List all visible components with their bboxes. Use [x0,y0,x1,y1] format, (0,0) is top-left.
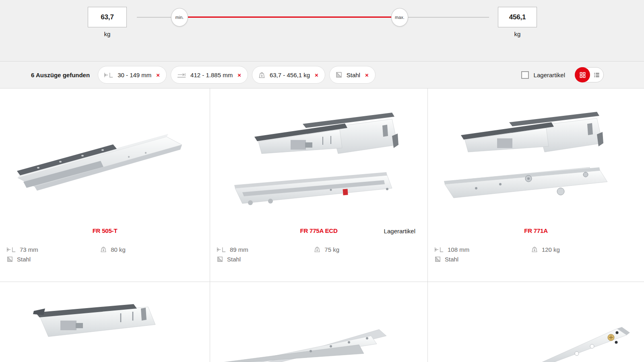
spec-load: 75 kg [314,245,421,254]
filter-chip-label: 30 - 149 mm [118,72,151,78]
spec-height: 108 mm [434,245,531,254]
installed-height-icon [434,246,444,253]
spec-load-value: 75 kg [324,246,339,253]
product-card[interactable]: FR 775A ECD Lagerartikel 89 mm 75 kg Sta… [210,88,428,282]
product-image [210,282,428,362]
installed-height-icon [6,246,16,253]
spec-height-value: 108 mm [448,246,469,253]
product-image [210,88,428,225]
material-icon [335,71,343,78]
filter-bar: 6 Auszüge gefunden 30 - 149 mm × 412 - 1… [0,61,644,88]
list-view-button[interactable] [590,72,603,78]
product-specs: 73 mm 80 kg Stahl [6,245,203,264]
installed-height-icon [104,72,114,78]
filter-chip-label: Stahl [347,72,360,78]
remove-filter-icon[interactable]: × [315,72,318,78]
product-name[interactable]: FR 775A ECD [300,227,337,234]
spec-material: Stahl [217,254,314,264]
extension-length-icon [177,72,186,78]
product-card[interactable]: FR 771A 108 mm 120 kg Stahl [428,88,644,282]
grid-icon [579,72,586,78]
product-card[interactable] [428,282,644,362]
spec-load: 120 kg [531,245,638,254]
weight-max-input[interactable] [498,7,537,27]
weight-max-unit: kg [498,31,537,37]
load-capacity-icon [531,246,538,253]
remove-filter-icon[interactable]: × [365,72,369,78]
stock-items-label: Lagerartikel [534,72,565,78]
spec-height: 89 mm [217,245,314,254]
installed-height-icon [217,246,226,253]
material-icon [6,256,13,263]
spec-height-value: 89 mm [230,246,248,253]
remove-filter-icon[interactable]: × [237,72,241,78]
results-count: 6 Auszüge gefunden [31,72,90,78]
load-capacity-icon [314,246,321,253]
spec-material-value: Stahl [445,256,458,263]
product-card[interactable]: FR 505-T 73 mm 80 kg Stahl [0,88,210,282]
spec-material-value: Stahl [17,256,31,263]
load-capacity-icon [100,246,107,253]
spec-material: Stahl [6,254,100,264]
filter-chip-material: Stahl × [329,66,376,84]
slider-max-handle[interactable]: max. [391,8,408,27]
product-name[interactable]: FR 505-T [93,227,118,234]
view-toggle [575,67,604,82]
spec-load: 80 kg [100,245,203,254]
product-grid: FR 505-T 73 mm 80 kg Stahl [0,88,644,362]
product-name[interactable]: FR 771A [524,227,548,234]
product-card[interactable] [210,282,428,362]
product-card[interactable] [0,282,210,362]
material-icon [217,256,223,263]
filter-bar-right: Lagerartikel [521,67,604,82]
spec-material: Stahl [434,254,531,264]
remove-filter-icon[interactable]: × [156,72,160,78]
product-image [0,282,210,362]
product-specs: 89 mm 75 kg Stahl [217,245,421,264]
list-icon [593,72,600,78]
spec-load-value: 120 kg [542,246,560,253]
weight-min-unit: kg [88,31,127,37]
product-image [428,88,644,225]
filter-chip-load: 63,7 - 456,1 kg × [252,66,325,84]
slider-track-selected[interactable] [180,16,400,18]
material-icon [434,256,441,263]
weight-min-input[interactable] [88,7,127,27]
product-image [0,88,210,225]
spec-load-value: 80 kg [111,246,126,253]
weight-range-panel: kg min. max. kg [0,0,644,61]
spec-height: 73 mm [6,245,100,254]
product-specs: 108 mm 120 kg Stahl [434,245,638,264]
product-image [428,282,644,362]
filter-chip-height: 30 - 149 mm × [98,66,167,84]
load-capacity-icon [258,71,266,79]
stock-items-checkbox[interactable] [521,71,529,79]
filter-chip-label: 63,7 - 456,1 kg [270,72,310,78]
filter-chip-length: 412 - 1.885 mm × [171,66,248,84]
spec-height-value: 73 mm [20,246,38,253]
filter-chip-label: 412 - 1.885 mm [190,72,233,78]
stock-item-badge: Lagerartikel [384,228,415,234]
grid-view-button[interactable] [575,67,590,82]
slider-min-handle[interactable]: min. [171,8,188,27]
spec-material-value: Stahl [227,256,241,263]
